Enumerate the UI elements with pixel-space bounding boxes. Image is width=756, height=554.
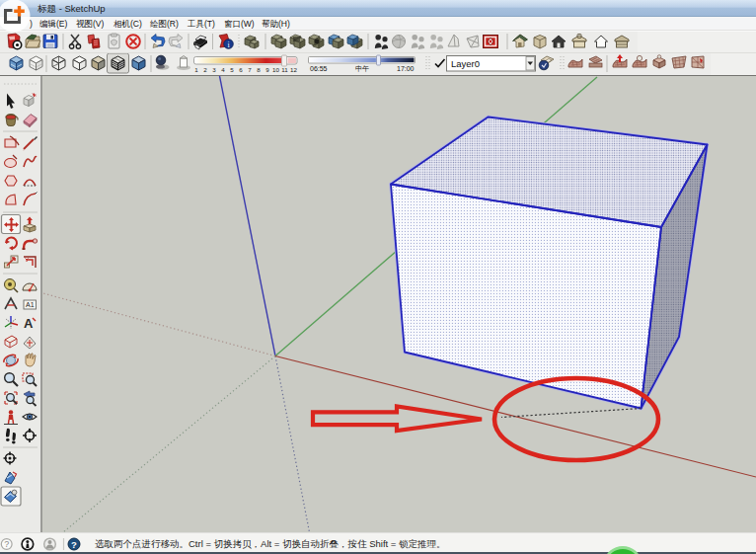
svg-text:2: 2	[203, 66, 207, 73]
svg-text:12: 12	[290, 66, 297, 73]
svg-text:Layer0: Layer0	[451, 58, 480, 69]
svg-text:A1: A1	[26, 301, 35, 308]
svg-text:?: ?	[4, 539, 9, 549]
svg-text:中午: 中午	[355, 65, 369, 72]
svg-text:10: 10	[272, 66, 279, 73]
svg-text:1: 1	[194, 66, 198, 73]
svg-text:9: 9	[265, 66, 269, 73]
svg-text:11: 11	[281, 66, 288, 73]
svg-text:A: A	[24, 316, 34, 331]
svg-text:?: ?	[71, 539, 77, 550]
svg-text:17:00: 17:00	[397, 65, 415, 72]
svg-text:6: 6	[239, 66, 243, 73]
svg-text:5: 5	[230, 66, 234, 73]
svg-text:7: 7	[248, 66, 252, 73]
svg-text:06:55: 06:55	[310, 65, 328, 72]
svg-text:3: 3	[212, 66, 216, 73]
svg-text:4: 4	[221, 66, 225, 73]
svg-text:8: 8	[257, 66, 261, 73]
